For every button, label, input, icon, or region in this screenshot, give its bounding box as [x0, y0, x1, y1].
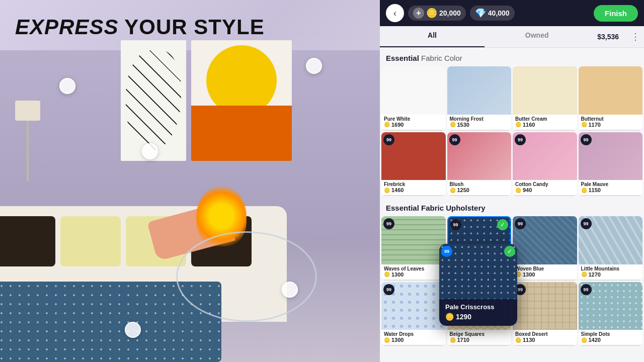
price-row: 🪙 1420 — [581, 337, 640, 343]
item-name: Boxed Desert — [515, 331, 575, 337]
item-price: 1250 — [457, 187, 469, 193]
item-name: Blush — [450, 182, 509, 187]
fabric-item-water-drops[interactable]: 99 Water Drops 🪙 1300 — [381, 282, 446, 346]
item-price: 1160 — [523, 122, 535, 128]
color-item-pale-mauve[interactable]: 99 Pale Mauve 🪙 1150 — [579, 132, 643, 197]
card-info: Pure White 🪙 1690 — [381, 115, 446, 130]
fabric-item-woven-blue[interactable]: 99 Woven Blue 🪙 1300 — [513, 216, 577, 281]
hotspot-artwork2[interactable] — [142, 143, 158, 159]
color-item-blush[interactable]: 99 Blush 🪙 1250 — [447, 132, 512, 197]
color-swatch — [447, 66, 512, 115]
item-name: Beige Squares — [450, 331, 509, 337]
card-info: Morning Frost 🪙 1530 — [447, 115, 512, 130]
room-preview: EXPRESS YOUR STYLE — [0, 0, 380, 362]
tooltip-price: 1290 — [456, 313, 471, 321]
finish-button[interactable]: Finish — [594, 5, 638, 22]
filter-tabs: All Owned $3,536 ⋮ — [380, 26, 644, 48]
item-name: Water Drops — [384, 331, 443, 337]
coin-small-icon: 🪙 — [450, 337, 456, 343]
color-item-pure-white[interactable]: Pure White 🪙 1690 — [381, 66, 446, 131]
item-name: Pure White — [384, 116, 443, 122]
hotspot-table[interactable] — [282, 282, 298, 298]
fabric-item-waves-of-leaves[interactable]: 99 Waves of Leaves 🪙 1300 — [381, 216, 446, 281]
card-info: Butter Cream 🪙 1160 — [513, 115, 577, 130]
coin-small-icon: 🪙 — [384, 122, 390, 127]
card-info: Cotton Candy 🪙 940 — [513, 180, 577, 195]
balance-display: $3,536 — [589, 26, 627, 47]
back-button[interactable]: ‹ — [386, 4, 404, 22]
item-name: Firebrick — [384, 182, 443, 187]
coin-value: 20,000 — [439, 9, 461, 17]
price-row: 🪙 1690 — [384, 122, 443, 128]
tooltip-price-row: 🪙 1290 — [445, 313, 511, 321]
color-item-butternut[interactable]: Butternut 🪙 1170 — [579, 66, 643, 131]
price-row: 🪙 1150 — [581, 187, 640, 193]
tab-all[interactable]: All — [380, 26, 485, 47]
color-swatch — [381, 66, 446, 115]
color-swatch — [579, 66, 643, 115]
badge-99: 99 — [450, 219, 461, 230]
item-price: 1300 — [523, 272, 535, 278]
artwork-circle — [206, 45, 277, 116]
hotspot-artwork1[interactable] — [306, 58, 322, 74]
gems-display[interactable]: 💎 40,000 — [470, 6, 515, 21]
item-name: Simple Dots — [581, 331, 640, 337]
badge-99: 99 — [383, 218, 394, 229]
item-price: 1300 — [391, 272, 404, 278]
card-info: Woven Blue 🪙 1300 — [513, 264, 577, 280]
coin-small-icon: 🪙 — [515, 337, 521, 343]
badge-99: 99 — [515, 218, 526, 229]
hotspot-floor[interactable] — [125, 322, 141, 338]
card-info: Little Mountains 🪙 1270 — [579, 264, 643, 280]
sofa-cushion-2 — [60, 216, 121, 266]
item-price: 1710 — [457, 337, 469, 343]
item-name: Woven Blue — [515, 266, 575, 272]
card-info: Waves of Leaves 🪙 1300 — [381, 264, 446, 280]
item-price: 1300 — [391, 337, 404, 343]
coin-small-icon: 🪙 — [515, 188, 521, 193]
item-price: 1130 — [523, 337, 535, 343]
fabric-item-simple-dots[interactable]: 99 Simple Dots 🪙 1420 — [579, 282, 643, 346]
tab-owned[interactable]: Owned — [485, 26, 589, 47]
fabric-section-label: Essential Fabric Upholstery — [380, 198, 644, 216]
hotspot-lamp[interactable] — [59, 78, 75, 94]
coin-small-icon: 🪙 — [515, 122, 521, 127]
item-price: 1690 — [391, 122, 404, 128]
top-bar: ‹ + 🪙 20,000 💎 40,000 Finish — [380, 0, 644, 26]
tooltip-badge: 99 — [441, 246, 452, 257]
sofa-cushion-1 — [0, 216, 55, 266]
item-name: Little Mountains — [581, 266, 640, 272]
badge-99: 99 — [581, 134, 592, 145]
tooltip-check: ✓ — [504, 246, 515, 257]
item-name: Waves of Leaves — [384, 266, 443, 272]
more-menu-button[interactable]: ⋮ — [627, 26, 644, 47]
color-grid: Pure White 🪙 1690 Morning Frost 🪙 1530 B… — [380, 66, 644, 198]
card-info: Butternut 🪙 1170 — [579, 115, 643, 130]
coffee-table — [176, 231, 317, 322]
color-item-morning-frost[interactable]: Morning Frost 🪙 1530 — [447, 66, 512, 131]
item-price: 1170 — [589, 122, 601, 128]
card-info: Water Drops 🪙 1300 — [381, 330, 446, 345]
color-item-firebrick[interactable]: 99 Firebrick 🪙 1460 — [381, 132, 446, 197]
artwork-1 — [121, 40, 186, 161]
coin-small-icon: 🪙 — [581, 337, 587, 343]
price-row: 🪙 1250 — [450, 187, 509, 193]
item-name: Butter Cream — [515, 116, 575, 122]
item-price: 1150 — [589, 187, 601, 193]
price-row: 🪙 1710 — [450, 337, 509, 343]
coin-small-icon: 🪙 — [581, 122, 587, 127]
artwork-rect — [191, 106, 292, 161]
add-coins-button[interactable]: + — [413, 8, 424, 19]
item-scroll-area[interactable]: Essential Fabric Color Pure White 🪙 1690… — [380, 48, 644, 362]
coins-display[interactable]: + 🪙 20,000 — [408, 6, 466, 21]
price-row: 🪙 1530 — [450, 122, 509, 128]
fabric-grid: 99 Waves of Leaves 🪙 1300 99 ✓ Pale Cris… — [380, 216, 644, 347]
lamp — [15, 101, 45, 181]
color-item-cotton-candy[interactable]: 99 Cotton Candy 🪙 940 — [513, 132, 577, 197]
fabric-item-boxed-desert[interactable]: 99 Boxed Desert 🪙 1130 — [513, 282, 577, 346]
price-row: 🪙 1170 — [581, 122, 640, 128]
color-swatch — [513, 66, 577, 115]
fabric-item-little-mountains[interactable]: 99 Little Mountains 🪙 1270 — [579, 216, 643, 281]
color-item-butter-cream[interactable]: Butter Cream 🪙 1160 — [513, 66, 577, 131]
card-info: Firebrick 🪙 1460 — [381, 180, 446, 195]
